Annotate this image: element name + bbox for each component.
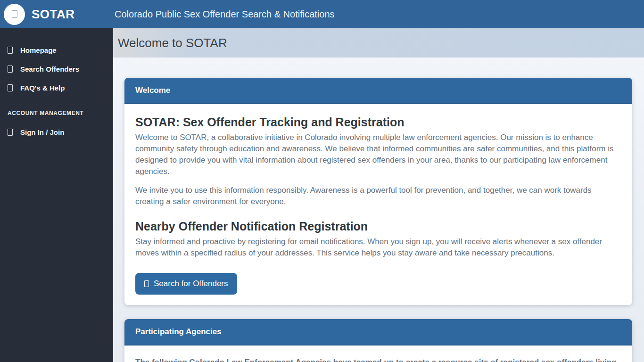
sotar-logo <box>4 4 25 25</box>
sidebar-item-homepage[interactable]: Homepage <box>0 41 113 59</box>
sidebar-item-faq-help[interactable]: FAQ's & Help <box>0 79 113 97</box>
sidebar-item-label: Homepage <box>20 46 57 54</box>
page-title-band: Welcome to SOTAR <box>113 28 644 58</box>
notification-paragraph: Stay informed and proactive by registeri… <box>135 236 621 259</box>
participating-agencies-header: Participating Agencies <box>124 319 632 346</box>
sidebar-item-sign-in-join[interactable]: Sign In / Join <box>0 123 113 141</box>
sidebar-item-label: Sign In / Join <box>20 128 64 136</box>
logo-placeholder-icon <box>12 10 17 18</box>
sidebar-item-label: FAQ's & Help <box>20 84 65 92</box>
search-button-icon <box>144 280 149 287</box>
home-icon <box>8 47 13 54</box>
page-title: Welcome to SOTAR <box>118 36 227 50</box>
brand[interactable]: SOTAR <box>0 4 113 25</box>
welcome-card-header: Welcome <box>124 78 632 104</box>
app-title: Colorado Public Sex Offender Search & No… <box>113 9 335 20</box>
welcome-card: Welcome SOTAR: Sex Offender Tracking and… <box>124 78 632 305</box>
welcome-paragraph-2: We invite you to use this information re… <box>135 185 621 207</box>
notification-heading: Nearby Offender Notification Registratio… <box>135 220 621 233</box>
sidebar-item-search-offenders[interactable]: Search Offenders <box>0 60 113 78</box>
top-navbar: SOTAR Colorado Public Sex Offender Searc… <box>0 0 644 28</box>
participating-agencies-body: The following Colorado Law Enforcement A… <box>124 346 632 362</box>
search-for-offenders-button[interactable]: Search for Offenders <box>135 273 237 295</box>
sidebar-item-label: Search Offenders <box>20 65 79 73</box>
participating-agencies-lead: The following Colorado Law Enforcement A… <box>135 357 621 362</box>
sidebar: Homepage Search Offenders FAQ's & Help A… <box>0 28 113 362</box>
brand-name: SOTAR <box>32 7 75 22</box>
sidebar-section-account-management: ACCOUNT MANAGEMENT <box>0 98 113 123</box>
search-button-label: Search for Offenders <box>154 279 228 288</box>
welcome-heading: SOTAR: Sex Offender Tracking and Registr… <box>135 115 621 129</box>
content-area: Welcome SOTAR: Sex Offender Tracking and… <box>113 58 644 362</box>
sign-in-icon <box>8 129 13 136</box>
main-area: Welcome to SOTAR Welcome SOTAR: Sex Offe… <box>113 28 644 362</box>
participating-agencies-card: Participating Agencies The following Col… <box>124 319 632 362</box>
search-icon <box>8 66 13 73</box>
help-icon <box>8 84 13 91</box>
welcome-card-body: SOTAR: Sex Offender Tracking and Registr… <box>124 104 632 305</box>
welcome-paragraph-1: Welcome to SOTAR, a collaborative initia… <box>135 132 621 177</box>
